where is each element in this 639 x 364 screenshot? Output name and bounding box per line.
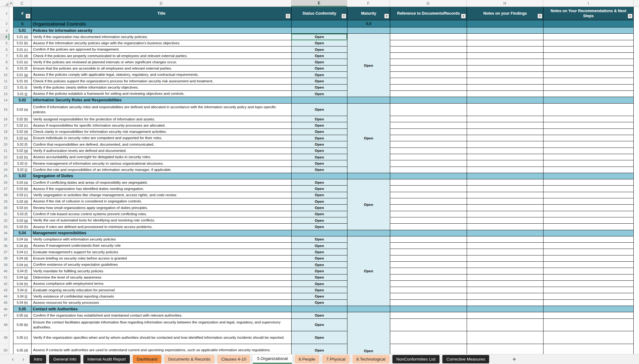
- recommendations-cell[interactable]: [543, 281, 634, 287]
- item-num-cell[interactable]: 5.03 (c): [13, 192, 31, 198]
- section-empty-cell[interactable]: [347, 306, 390, 312]
- section-empty-cell[interactable]: [543, 27, 634, 34]
- section-empty-cell[interactable]: [347, 173, 390, 179]
- row-number[interactable]: 30: [0, 205, 9, 211]
- filter-button-title-icon[interactable]: ▾: [286, 14, 290, 18]
- sheet-tab-6-people[interactable]: 6.People: [295, 355, 319, 363]
- status-conformity-cell[interactable]: Open: [291, 154, 347, 160]
- item-title-cell[interactable]: Verify if the organization has documente…: [31, 34, 291, 40]
- status-conformity-cell[interactable]: Open: [291, 198, 347, 205]
- item-num-cell[interactable]: 5.01 (g): [13, 72, 31, 78]
- item-num-cell[interactable]: 5.03 (f): [13, 211, 31, 217]
- maturity-cell-area[interactable]: [347, 255, 390, 262]
- reference-cell[interactable]: [390, 154, 467, 160]
- section-empty-cell[interactable]: [390, 173, 467, 179]
- status-conformity-cell[interactable]: Open: [291, 319, 347, 332]
- recommendations-cell[interactable]: [543, 104, 634, 116]
- findings-cell[interactable]: [467, 312, 543, 318]
- recommendations-cell[interactable]: [543, 53, 634, 59]
- cell-column-a[interactable]: [9, 293, 13, 299]
- item-title-cell[interactable]: Ensure that the policies are accessible …: [31, 66, 291, 72]
- cell-column-a[interactable]: [9, 274, 13, 281]
- cell-column-a[interactable]: [9, 287, 13, 293]
- item-title-cell[interactable]: Verify compliance with information secur…: [31, 236, 291, 243]
- recommendations-cell[interactable]: [543, 59, 634, 65]
- row-number[interactable]: 38: [0, 255, 9, 262]
- section-empty-cell[interactable]: [467, 306, 543, 312]
- findings-cell[interactable]: [467, 300, 543, 306]
- section-empty-cell[interactable]: [467, 97, 543, 103]
- maturity-cell-area[interactable]: [347, 167, 390, 173]
- findings-cell[interactable]: [467, 293, 543, 299]
- recommendations-cell[interactable]: [543, 192, 634, 198]
- recommendations-cell[interactable]: [543, 236, 634, 243]
- findings-cell[interactable]: [467, 224, 543, 230]
- filter-button-recommendations-icon[interactable]: ▾: [628, 14, 632, 18]
- item-title-cell[interactable]: Assess if management understands their s…: [31, 243, 291, 249]
- cell-column-a[interactable]: [9, 205, 13, 211]
- summary-cell-title[interactable]: Organizational Controls: [31, 20, 291, 27]
- reference-cell[interactable]: [390, 192, 467, 198]
- cell-column-a[interactable]: [9, 154, 13, 160]
- recommendations-cell[interactable]: [543, 135, 634, 141]
- cell-column-a[interactable]: [9, 344, 13, 354]
- cell-column-a[interactable]: [9, 40, 13, 46]
- maturity-cell-area[interactable]: [347, 262, 390, 268]
- maturity-cell-area[interactable]: [347, 224, 390, 230]
- section-empty-cell[interactable]: [390, 306, 467, 312]
- reference-cell[interactable]: [390, 40, 467, 46]
- findings-cell[interactable]: [467, 135, 543, 141]
- section-id-cell[interactable]: 5.03: [13, 173, 31, 179]
- maturity-cell-area[interactable]: [347, 59, 390, 65]
- item-title-cell[interactable]: Assess if responsibilities for specific …: [31, 122, 291, 129]
- findings-cell[interactable]: [467, 167, 543, 173]
- cell-column-a[interactable]: [9, 198, 13, 205]
- item-title-cell[interactable]: Confirm if the policies are approved by …: [31, 46, 291, 53]
- status-conformity-cell[interactable]: Open: [291, 281, 347, 287]
- item-num-cell[interactable]: 5.04 (b): [13, 243, 31, 249]
- cell-column-a[interactable]: [9, 91, 13, 97]
- item-title-cell[interactable]: Evaluate ongoing security education for …: [31, 287, 291, 293]
- sheet-tab-documents-records[interactable]: Documents & Records: [164, 355, 214, 363]
- section-id-cell[interactable]: 5.01: [13, 27, 31, 34]
- cell-column-a[interactable]: [9, 66, 13, 72]
- cell-column-a[interactable]: [9, 59, 13, 65]
- section-empty-cell[interactable]: [347, 27, 390, 34]
- status-conformity-cell[interactable]: Open: [291, 249, 347, 255]
- status-conformity-cell[interactable]: Open: [291, 122, 347, 129]
- header-cell-reference[interactable]: Reference to Documents/Records▾: [390, 7, 467, 20]
- item-title-cell[interactable]: Verify existence of confidential reporti…: [31, 293, 291, 299]
- section-empty-cell[interactable]: [347, 97, 390, 103]
- fill-handle[interactable]: [346, 39, 347, 40]
- item-title-cell[interactable]: Confirm that responsibilities are define…: [31, 141, 291, 148]
- cell-column-a[interactable]: [9, 179, 13, 186]
- findings-cell[interactable]: [467, 255, 543, 262]
- cell-column-a[interactable]: [9, 78, 13, 84]
- maturity-cell-area[interactable]: [347, 312, 390, 318]
- item-num-cell[interactable]: 5.03 (h): [13, 224, 31, 230]
- item-num-cell[interactable]: 5.04 (d): [13, 255, 31, 262]
- item-title-cell[interactable]: Verify segregation in activities like ch…: [31, 192, 291, 198]
- section-empty-cell[interactable]: [543, 306, 634, 312]
- status-conformity-cell[interactable]: Open: [291, 148, 347, 154]
- reference-cell[interactable]: [390, 129, 467, 135]
- item-num-cell[interactable]: 5.02 (d): [13, 129, 31, 135]
- section-empty-cell[interactable]: [347, 230, 390, 236]
- recommendations-cell[interactable]: [543, 319, 634, 332]
- item-title-cell[interactable]: Determine the level of security awarenes…: [31, 274, 291, 281]
- status-conformity-cell[interactable]: Open: [291, 243, 347, 249]
- item-num-cell[interactable]: 5.01 (f): [13, 66, 31, 72]
- row-number[interactable]: 21: [0, 148, 9, 154]
- row-number[interactable]: 19: [0, 135, 9, 141]
- reference-cell[interactable]: [390, 312, 467, 318]
- status-conformity-cell[interactable]: Open: [291, 72, 347, 78]
- status-conformity-cell[interactable]: Open: [291, 78, 347, 84]
- item-num-cell[interactable]: 5.03 (b): [13, 186, 31, 192]
- cell-column-a[interactable]: [9, 255, 13, 262]
- cell-column-a[interactable]: [9, 230, 13, 236]
- item-title-cell[interactable]: Verify if authorization levels are defin…: [31, 148, 291, 154]
- status-conformity-cell[interactable]: Open: [291, 167, 347, 173]
- cell-column-a[interactable]: [9, 7, 13, 20]
- findings-cell[interactable]: [467, 72, 543, 78]
- recommendations-cell[interactable]: [543, 217, 634, 224]
